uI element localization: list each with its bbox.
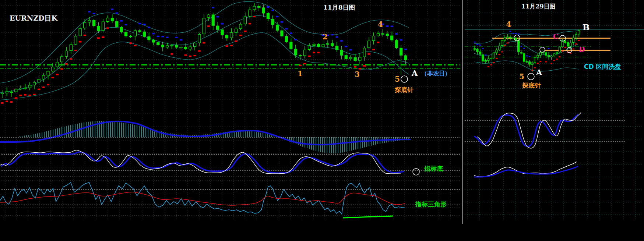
annotation-point-4-right: 4	[506, 20, 511, 28]
annotation-d-right: D	[579, 46, 585, 53]
cd-range-washout-label: CD 区间洗盘	[584, 64, 621, 70]
symbol-title: EURNZD日K	[10, 15, 57, 22]
indicator-triangle-label: 指标三角形	[415, 201, 447, 208]
annotation-a-right: A	[536, 68, 542, 76]
candlestick-chart-canvas	[0, 0, 644, 241]
annotation-point-3: 3	[355, 71, 360, 78]
chart-window: EURNZD日K 11月8日图 1 2 3 4 5 A （非农日） 探底针 指标…	[0, 0, 644, 241]
indicator-bottom-label: 指标底	[424, 166, 443, 172]
annotation-point-5: 5	[395, 75, 400, 83]
annotation-point-1: 1	[298, 70, 303, 77]
annotation-point-2: 2	[323, 33, 328, 40]
bottom-needle-label-right: 探底针	[522, 82, 541, 89]
annotation-b-right: B	[583, 23, 590, 31]
right-chart-date-title: 11月29日图	[521, 4, 556, 10]
annotation-a-left: A	[412, 69, 418, 77]
bottom-needle-label-left: 探底针	[395, 87, 414, 93]
annotation-point-5-right: 5	[519, 73, 524, 80]
annotation-c-right: C	[553, 33, 559, 40]
nonfarm-day-label: （非农日）	[421, 71, 451, 77]
left-chart-date-title: 11月8日图	[323, 4, 355, 11]
annotation-point-4: 4	[378, 21, 383, 28]
